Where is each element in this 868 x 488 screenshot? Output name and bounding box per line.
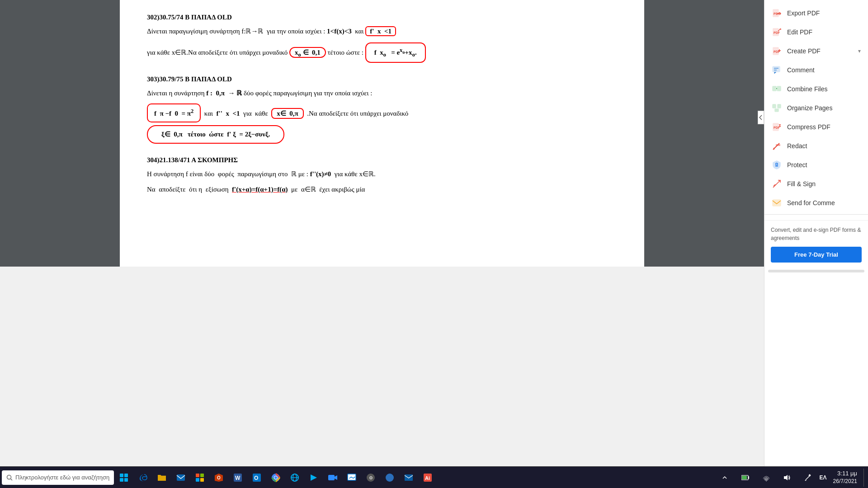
- show-desktop-button[interactable]: [863, 469, 866, 487]
- taskbar-icon-acrobat[interactable]: Ai: [419, 469, 437, 487]
- svg-rect-60: [405, 474, 413, 481]
- taskbar-icon-store[interactable]: [191, 469, 209, 487]
- trial-button[interactable]: Free 7-Day Trial: [771, 247, 862, 263]
- clock-date: 26/7/2021: [833, 478, 857, 485]
- svg-rect-18: [775, 109, 778, 112]
- svg-rect-16: [773, 104, 776, 108]
- compress-pdf-icon: PDF: [772, 122, 782, 132]
- taskbar-icon-app2[interactable]: [381, 469, 399, 487]
- comment-label: Comment: [787, 66, 815, 74]
- sidebar-item-organize-pages[interactable]: Organize Pages: [764, 99, 868, 117]
- send-for-comme-label: Send for Comme: [787, 199, 835, 206]
- tray-battery-icon[interactable]: [736, 469, 755, 487]
- svg-text:⚙: ⚙: [369, 475, 373, 480]
- problem-303-title: 303)30.79/75 Β ΠΑΠΑΔ OLD: [147, 75, 617, 83]
- fill-sign-icon: [772, 179, 782, 189]
- svg-marker-67: [784, 475, 788, 480]
- svg-rect-35: [120, 478, 123, 482]
- svg-marker-69: [805, 480, 807, 481]
- sidebar-item-redact[interactable]: Redact: [764, 136, 868, 155]
- taskbar-icon-whiteboard[interactable]: [343, 469, 361, 487]
- svg-point-66: [766, 480, 767, 481]
- taskbar-icon-explorer[interactable]: [153, 469, 171, 487]
- svg-line-28: [773, 180, 780, 188]
- svg-point-59: [386, 474, 394, 482]
- svg-line-32: [11, 479, 13, 480]
- problem-304-text2: Να αποδείξτε ότι η εξίσωση f'(x+α)=f(α+1…: [147, 183, 617, 196]
- taskbar-icon-word[interactable]: W: [229, 469, 247, 487]
- taskbar-icon-media[interactable]: [305, 469, 323, 487]
- taskbar-icon-mail[interactable]: [172, 469, 190, 487]
- taskbar-search-placeholder: Πληκτρολογήστε εδώ για αναζήτηση: [15, 474, 109, 481]
- svg-rect-38: [196, 474, 199, 477]
- svg-rect-34: [124, 474, 128, 477]
- taskbar-icon-office[interactable]: O: [210, 469, 228, 487]
- export-pdf-label: Export PDF: [787, 9, 820, 17]
- tray-language: ΕΛ: [820, 474, 827, 481]
- taskbar-clock[interactable]: 3:11 μμ 26/7/2021: [830, 469, 861, 485]
- tray-expand-icon[interactable]: [716, 469, 734, 487]
- svg-rect-36: [124, 478, 128, 482]
- tray-network-icon[interactable]: [757, 469, 775, 487]
- sidebar-item-compress-pdf[interactable]: PDF Compress PDF: [764, 117, 868, 136]
- right-sidebar: PDF Export PDF PDF Edit PDF PDF Cre: [764, 0, 868, 466]
- svg-rect-41: [200, 478, 204, 482]
- problem-302-title: 302)30.75/74 Β ΠΑΠΑΔ OLD: [147, 14, 617, 21]
- sidebar-item-create-pdf[interactable]: PDF Create PDF ▾: [764, 42, 868, 61]
- svg-point-31: [7, 475, 11, 479]
- sidebar-item-comment[interactable]: Comment: [764, 61, 868, 80]
- sidebar-item-send-for-comme[interactable]: Send for Comme: [764, 193, 868, 212]
- tray-pen-icon[interactable]: [799, 469, 817, 487]
- sidebar-item-fill-sign[interactable]: Fill & Sign: [764, 174, 868, 193]
- combine-files-icon: [772, 84, 782, 94]
- taskbar-icon-inbox[interactable]: [400, 469, 418, 487]
- edit-pdf-label: Edit PDF: [787, 28, 812, 36]
- create-pdf-expand-icon: ▾: [858, 48, 861, 54]
- taskbar-search[interactable]: Πληκτρολογήστε εδώ για αναζήτηση: [2, 470, 114, 485]
- organize-pages-label: Organize Pages: [787, 104, 832, 112]
- organize-pages-icon: [772, 103, 782, 113]
- svg-rect-27: [775, 164, 778, 167]
- svg-text:PDF: PDF: [774, 31, 780, 34]
- taskbar-search-icon: [6, 474, 13, 481]
- sidebar-item-combine-files[interactable]: Combine Files: [764, 80, 868, 99]
- pdf-page: 302)30.75/74 Β ΠΑΠΑΔ OLD Δίνεται παραγωγ…: [120, 0, 644, 267]
- taskbar-icon-app1[interactable]: ⚙: [362, 469, 380, 487]
- compress-pdf-label: Compress PDF: [787, 123, 830, 131]
- pdf-viewer[interactable]: 302)30.75/74 Β ΠΑΠΑΔ OLD Δίνεται παραγωγ…: [0, 0, 764, 267]
- content-area: 302)30.75/74 Β ΠΑΠΑΔ OLD Δίνεται παραγωγ…: [0, 0, 868, 466]
- sidebar-item-edit-pdf[interactable]: PDF Edit PDF: [764, 23, 868, 42]
- svg-text:O: O: [217, 475, 221, 480]
- svg-rect-65: [748, 476, 749, 479]
- sidebar-item-protect[interactable]: Protect: [764, 155, 868, 174]
- svg-rect-40: [196, 478, 199, 482]
- redact-label: Redact: [787, 142, 807, 150]
- problem-302-text2: για κάθε x∈ℝ.Να αποδείξετε ότι υπάρχει μ…: [147, 41, 617, 63]
- tray-volume-icon[interactable]: [778, 469, 796, 487]
- screen: 302)30.75/74 Β ΠΑΠΑΔ OLD Δίνεται παραγωγ…: [0, 0, 868, 488]
- taskbar-right: ΕΛ 3:11 μμ 26/7/2021: [716, 469, 866, 487]
- taskbar-icon-edge[interactable]: [134, 469, 152, 487]
- taskbar-icon-ie[interactable]: [286, 469, 304, 487]
- sidebar-item-export-pdf[interactable]: PDF Export PDF: [764, 4, 868, 23]
- problem-303: 303)30.79/75 Β ΠΑΠΑΔ OLD Δίνεται η συνάρ…: [147, 75, 617, 144]
- fill-sign-label: Fill & Sign: [787, 180, 816, 188]
- svg-text:W: W: [235, 475, 241, 481]
- svg-rect-14: [777, 86, 781, 91]
- problem-302: 302)30.75/74 Β ΠΑΠΑΔ OLD Δίνεται παραγωγ…: [147, 14, 617, 63]
- taskbar-icon-manager[interactable]: [115, 469, 133, 487]
- problem-303-text2: f π −f 0 = π2 και f'' x <1 για κάθε x∈ 0…: [147, 103, 617, 123]
- taskbar-icon-zoom[interactable]: [324, 469, 342, 487]
- comment-icon: [772, 65, 782, 75]
- promo-text: Convert, edit and e-sign PDF forms & agr…: [771, 227, 861, 241]
- svg-text:Ai: Ai: [425, 475, 430, 481]
- sidebar-divider: [764, 214, 868, 215]
- taskbar-icon-chrome[interactable]: [267, 469, 285, 487]
- problem-304: 304)21.138/471 Α ΣΚΟΜΠΡΗΣ Η συνάρτηση f …: [147, 156, 617, 196]
- problem-304-text1: Η συνάρτηση f είναι δύο φορές παραγωγίσι…: [147, 168, 617, 181]
- taskbar-icon-outlook[interactable]: O: [248, 469, 266, 487]
- create-pdf-label: Create PDF: [787, 47, 821, 55]
- collapse-sidebar-button[interactable]: [758, 111, 764, 124]
- sidebar-scrollbar[interactable]: [768, 270, 864, 272]
- svg-rect-30: [773, 200, 781, 206]
